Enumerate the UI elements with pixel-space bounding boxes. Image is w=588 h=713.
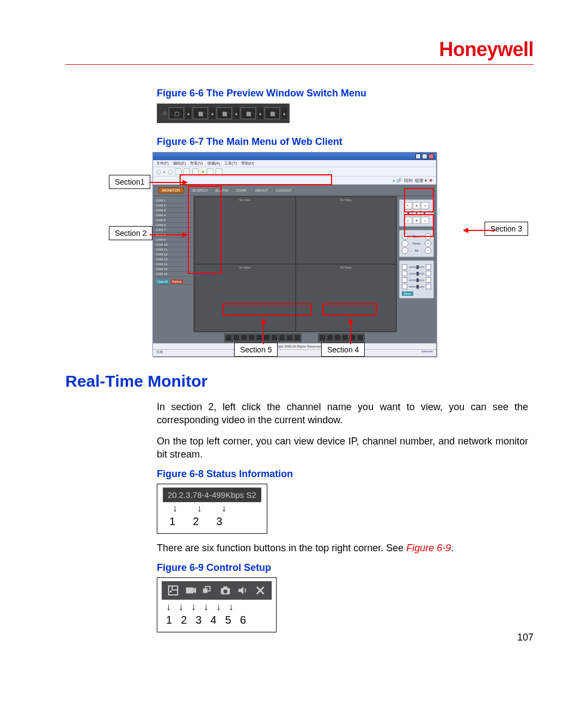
minimize-icon[interactable] — [415, 154, 421, 159]
tab-logout[interactable]: LOGOUT — [275, 188, 292, 192]
snapshot-icon[interactable] — [219, 584, 231, 596]
layout-6-icon[interactable]: ▦ — [217, 107, 232, 119]
status-item-1: 1 — [169, 515, 175, 528]
menu-view[interactable]: 查看(V) — [190, 161, 203, 166]
layout-btn[interactable] — [248, 334, 255, 341]
menu-edit[interactable]: 编辑(E) — [173, 161, 186, 166]
focus-in-button[interactable]: + — [425, 240, 431, 247]
channel-item[interactable]: CAM 11 — [154, 247, 192, 252]
figure-6-9-caption: Figure 6-9 Control Setup — [157, 562, 528, 574]
focus-label: Focus — [413, 242, 420, 245]
video-pane-3[interactable]: No Video — [194, 264, 296, 332]
channel-item[interactable]: CAM 16 — [154, 272, 192, 277]
paragraph-1: In section 2, left click the channel nam… — [157, 400, 528, 427]
channel-item[interactable]: CAM 3 — [154, 208, 192, 213]
layout-4-icon[interactable]: ▦ — [193, 107, 208, 119]
video-pane-1[interactable]: No Video — [194, 197, 296, 264]
tab-monitor[interactable]: MONITOR — [158, 187, 184, 193]
play-btn[interactable] — [319, 334, 326, 341]
layout-btn[interactable] — [286, 334, 293, 341]
menu-tools[interactable]: 工具(T) — [224, 161, 237, 166]
arrow-section-3 — [463, 227, 495, 234]
menu-file[interactable]: 文件(F) — [156, 161, 169, 166]
open-all-button[interactable]: Open All — [156, 279, 169, 284]
layout-btn[interactable] — [225, 334, 232, 341]
svg-rect-11 — [186, 588, 194, 594]
figure-reference: Figure 6-9 — [406, 543, 451, 553]
play-btn[interactable] — [357, 334, 364, 341]
audio-icon[interactable] — [237, 584, 249, 596]
arrow-down-icon: ↓ — [229, 602, 234, 612]
label-section-1: Section1 — [109, 175, 150, 189]
highlight-section-3b — [404, 214, 434, 237]
paragraph-2: On the top left corner, you can view dev… — [157, 435, 528, 461]
close-icon[interactable] — [254, 584, 266, 596]
layout-8-icon[interactable]: ▦ — [241, 107, 256, 119]
channel-item[interactable]: CAM 9 — [154, 237, 192, 242]
layout-8-dropdown[interactable]: ▴ — [258, 108, 263, 119]
label-section-4: Section 4 — [321, 343, 365, 357]
digital-zoom-icon[interactable] — [167, 584, 179, 596]
channel-item[interactable]: CAM 13 — [154, 257, 192, 262]
tab-conf[interactable]: CONF. — [236, 188, 247, 192]
layout-btn[interactable] — [233, 334, 240, 341]
iris-open-button[interactable]: + — [425, 247, 431, 254]
channel-item[interactable]: CAM 10 — [154, 242, 192, 247]
arrow-down-icon: ↓ — [191, 602, 196, 612]
layout-1-icon[interactable]: ▢ — [169, 107, 184, 119]
paragraph-3: There are six function buttons in the to… — [157, 541, 528, 554]
tab-about[interactable]: ABOUT — [255, 188, 268, 192]
control-item-4: 4 — [210, 614, 216, 626]
layout-9-icon[interactable]: ▦ — [265, 107, 280, 119]
focus-out-button[interactable]: − — [402, 240, 408, 247]
layout-btn[interactable] — [294, 334, 301, 341]
layout-9-dropdown[interactable]: ▴ — [281, 108, 287, 119]
status-item-2: 2 — [193, 515, 199, 528]
svg-point-17 — [223, 590, 227, 594]
control-item-5: 5 — [225, 614, 231, 626]
multi-screen-icon[interactable] — [202, 584, 214, 596]
reset-button[interactable]: Reset — [402, 291, 413, 296]
brightness-icon — [402, 264, 407, 270]
layout-btn[interactable] — [271, 334, 278, 341]
channel-item[interactable]: CAM 4 — [154, 213, 192, 218]
video-pane-4[interactable]: No Video — [296, 264, 397, 332]
saturation-slider[interactable] — [409, 286, 424, 288]
arrow-down-icon: ↓ — [179, 602, 183, 612]
saturation-icon — [402, 284, 407, 289]
svg-marker-18 — [238, 587, 243, 595]
menu-help[interactable]: 帮助(H) — [241, 161, 254, 166]
channel-item[interactable]: CAM 2 — [154, 203, 192, 208]
browser-menubar: 文件(F) 编辑(E) 查看(V) 收藏(A) 工具(T) 帮助(H) — [153, 160, 436, 167]
layout-btn[interactable] — [279, 334, 285, 341]
control-item-6: 6 — [240, 614, 246, 626]
arrow-down-icon: ↓ — [216, 602, 221, 612]
channel-item[interactable]: CAM 1 — [154, 198, 192, 203]
status-item-3: 3 — [216, 515, 222, 528]
channel-item[interactable]: CAM 14 — [154, 262, 192, 267]
channel-item[interactable]: CAM 6 — [154, 223, 192, 228]
hue-slider[interactable] — [409, 279, 424, 281]
channel-item[interactable]: CAM 5 — [154, 218, 192, 223]
layout-1-dropdown[interactable]: ▴ — [186, 108, 191, 119]
channel-item[interactable]: CAM 15 — [154, 267, 192, 272]
figure-6-9: ↓ ↓ ↓ ↓ ↓ ↓ 1 2 3 4 5 6 — [157, 578, 528, 632]
refresh-button[interactable]: Refresh — [170, 279, 183, 284]
play-btn[interactable] — [327, 334, 333, 341]
contrast-slider[interactable] — [409, 273, 424, 275]
close-window-icon[interactable] — [428, 154, 434, 159]
brightness-slider[interactable] — [409, 266, 424, 268]
local-record-icon[interactable] — [185, 584, 197, 596]
video-pane-2[interactable]: No Video — [296, 197, 397, 264]
layout-btn[interactable] — [241, 334, 247, 341]
play-btn[interactable] — [334, 334, 341, 341]
brand-logo: Honeywell — [439, 38, 534, 61]
channel-item[interactable]: CAM 12 — [154, 252, 192, 257]
layout-6-dropdown[interactable]: ▴ — [234, 108, 239, 119]
page-number: 107 — [517, 632, 534, 643]
layout-4-dropdown[interactable]: ▴ — [210, 108, 215, 119]
menu-favorites[interactable]: 收藏(A) — [207, 161, 220, 166]
iris-close-button[interactable]: − — [402, 247, 408, 254]
highlight-section-1 — [180, 174, 332, 185]
maximize-icon[interactable] — [422, 154, 427, 159]
